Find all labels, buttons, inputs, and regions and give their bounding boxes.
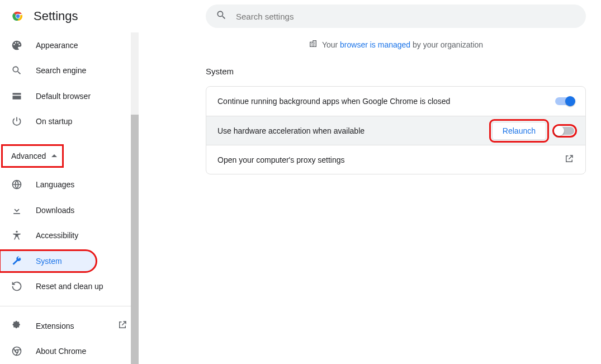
sidebar-item-appearance[interactable]: Appearance [0,35,139,56]
managed-notice-text: Your browser is managed by your organiza… [322,40,483,49]
system-settings-card: Continue running background apps when Go… [206,86,586,174]
advanced-label: Advanced [11,152,46,160]
wrench-icon [11,256,22,267]
chrome-outline-icon [11,346,22,357]
sidebar-item-label: Default browser [36,92,91,101]
sidebar-item-downloads[interactable]: Downloads [0,200,139,221]
sidebar-scrollbar[interactable] [131,32,139,364]
hardware-accel-toggle[interactable] [555,127,574,135]
sidebar-item-label: Languages [36,180,74,189]
chrome-logo-icon [11,10,25,23]
sidebar-item-label: Search engine [36,66,86,75]
setting-label: Use hardware acceleration when available [217,126,483,135]
sidebar-item-label: Appearance [36,41,78,50]
globe-icon [11,179,22,190]
sidebar-item-label: Accessibility [36,231,78,240]
page-title: Settings [34,9,78,23]
setting-label: Open your computer's proxy settings [217,155,555,164]
setting-row-background-apps: Continue running background apps when Go… [206,87,585,116]
setting-row-proxy[interactable]: Open your computer's proxy settings [206,145,585,174]
palette-icon [11,40,22,51]
sidebar-item-accessibility[interactable]: Accessibility [0,225,139,247]
sidebar-item-system[interactable]: System [0,250,96,272]
accessibility-icon [11,230,22,241]
managed-notice: Your browser is managed by your organiza… [206,28,586,61]
section-title: System [206,61,586,86]
sidebar-header: Settings [0,0,139,32]
sidebar-scrollbar-thumb[interactable] [131,115,139,364]
sidebar-item-label: Downloads [36,206,74,215]
power-icon [11,116,22,127]
sidebar: Settings Appearance Search engine [0,0,139,364]
search-icon [216,10,227,23]
search-input[interactable] [236,12,576,21]
sidebar-nav: Appearance Search engine Default browser… [0,32,139,364]
sidebar-item-label: System [36,257,62,266]
sidebar-item-label: Extensions [36,322,74,330]
setting-row-hardware-accel: Use hardware acceleration when available… [206,116,585,145]
open-external-icon [117,320,127,332]
svg-point-1 [16,15,20,18]
background-apps-toggle[interactable] [555,97,574,105]
managed-link[interactable]: browser is managed [340,40,410,49]
sidebar-item-on-startup[interactable]: On startup [0,111,139,133]
open-external-icon [564,154,574,166]
sidebar-item-search-engine[interactable]: Search engine [0,60,139,82]
sidebar-item-label: About Chrome [36,347,86,356]
relaunch-button[interactable]: Relaunch [492,122,546,140]
sidebar-section-advanced[interactable]: Advanced [2,145,63,167]
sidebar-item-label: On startup [36,117,72,126]
sidebar-item-default-browser[interactable]: Default browser [0,86,139,107]
main-content: Your browser is managed by your organiza… [139,0,601,364]
divider [0,306,139,306]
search-box[interactable] [206,4,586,28]
download-icon [11,205,22,216]
restore-icon [11,281,22,292]
browser-window-icon [11,91,22,102]
extension-icon [11,320,22,332]
sidebar-item-extensions[interactable]: Extensions [0,315,139,337]
search-icon [11,65,22,76]
sidebar-item-about[interactable]: About Chrome [0,341,139,362]
sidebar-item-reset[interactable]: Reset and clean up [0,276,139,297]
setting-label: Continue running background apps when Go… [217,97,546,106]
sidebar-item-label: Reset and clean up [36,282,103,291]
svg-point-4 [16,231,17,233]
building-icon [309,39,318,50]
sidebar-item-languages[interactable]: Languages [0,174,139,196]
chevron-up-icon [51,154,57,157]
